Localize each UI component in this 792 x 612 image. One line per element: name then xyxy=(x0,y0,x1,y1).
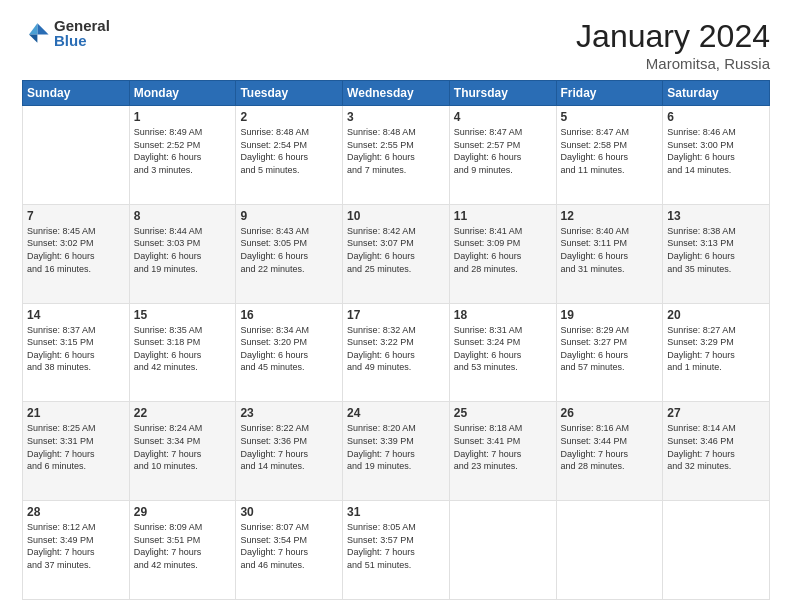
day-info: Sunrise: 8:38 AM Sunset: 3:13 PM Dayligh… xyxy=(667,226,736,274)
title-block: January 2024 Maromitsa, Russia xyxy=(576,18,770,72)
day-number: 16 xyxy=(240,308,338,322)
calendar-cell: 24Sunrise: 8:20 AM Sunset: 3:39 PM Dayli… xyxy=(343,402,450,501)
logo-general-text: General xyxy=(54,18,110,33)
page: General Blue January 2024 Maromitsa, Rus… xyxy=(0,0,792,612)
day-info: Sunrise: 8:42 AM Sunset: 3:07 PM Dayligh… xyxy=(347,226,416,274)
calendar-week-row: 21Sunrise: 8:25 AM Sunset: 3:31 PM Dayli… xyxy=(23,402,770,501)
calendar-cell: 6Sunrise: 8:46 AM Sunset: 3:00 PM Daylig… xyxy=(663,106,770,205)
day-info: Sunrise: 8:47 AM Sunset: 2:57 PM Dayligh… xyxy=(454,127,523,175)
day-info: Sunrise: 8:41 AM Sunset: 3:09 PM Dayligh… xyxy=(454,226,523,274)
header-monday: Monday xyxy=(129,81,236,106)
day-info: Sunrise: 8:46 AM Sunset: 3:00 PM Dayligh… xyxy=(667,127,736,175)
calendar-cell: 28Sunrise: 8:12 AM Sunset: 3:49 PM Dayli… xyxy=(23,501,130,600)
calendar-cell: 25Sunrise: 8:18 AM Sunset: 3:41 PM Dayli… xyxy=(449,402,556,501)
calendar-cell: 2Sunrise: 8:48 AM Sunset: 2:54 PM Daylig… xyxy=(236,106,343,205)
day-info: Sunrise: 8:27 AM Sunset: 3:29 PM Dayligh… xyxy=(667,325,736,373)
calendar-cell: 23Sunrise: 8:22 AM Sunset: 3:36 PM Dayli… xyxy=(236,402,343,501)
day-info: Sunrise: 8:05 AM Sunset: 3:57 PM Dayligh… xyxy=(347,522,416,570)
day-number: 27 xyxy=(667,406,765,420)
day-info: Sunrise: 8:48 AM Sunset: 2:55 PM Dayligh… xyxy=(347,127,416,175)
day-number: 30 xyxy=(240,505,338,519)
day-info: Sunrise: 8:29 AM Sunset: 3:27 PM Dayligh… xyxy=(561,325,630,373)
header: General Blue January 2024 Maromitsa, Rus… xyxy=(22,18,770,72)
day-number: 2 xyxy=(240,110,338,124)
day-number: 17 xyxy=(347,308,445,322)
calendar-cell: 26Sunrise: 8:16 AM Sunset: 3:44 PM Dayli… xyxy=(556,402,663,501)
calendar-week-row: 28Sunrise: 8:12 AM Sunset: 3:49 PM Dayli… xyxy=(23,501,770,600)
calendar-cell: 15Sunrise: 8:35 AM Sunset: 3:18 PM Dayli… xyxy=(129,303,236,402)
day-info: Sunrise: 8:12 AM Sunset: 3:49 PM Dayligh… xyxy=(27,522,96,570)
day-info: Sunrise: 8:44 AM Sunset: 3:03 PM Dayligh… xyxy=(134,226,203,274)
day-info: Sunrise: 8:48 AM Sunset: 2:54 PM Dayligh… xyxy=(240,127,309,175)
day-info: Sunrise: 8:14 AM Sunset: 3:46 PM Dayligh… xyxy=(667,423,736,471)
calendar-cell: 27Sunrise: 8:14 AM Sunset: 3:46 PM Dayli… xyxy=(663,402,770,501)
calendar-cell: 3Sunrise: 8:48 AM Sunset: 2:55 PM Daylig… xyxy=(343,106,450,205)
day-number: 18 xyxy=(454,308,552,322)
day-number: 20 xyxy=(667,308,765,322)
day-info: Sunrise: 8:18 AM Sunset: 3:41 PM Dayligh… xyxy=(454,423,523,471)
calendar-cell: 10Sunrise: 8:42 AM Sunset: 3:07 PM Dayli… xyxy=(343,204,450,303)
header-thursday: Thursday xyxy=(449,81,556,106)
calendar-table: Sunday Monday Tuesday Wednesday Thursday… xyxy=(22,80,770,600)
calendar-week-row: 1Sunrise: 8:49 AM Sunset: 2:52 PM Daylig… xyxy=(23,106,770,205)
day-number: 4 xyxy=(454,110,552,124)
calendar-week-row: 7Sunrise: 8:45 AM Sunset: 3:02 PM Daylig… xyxy=(23,204,770,303)
day-number: 7 xyxy=(27,209,125,223)
calendar-cell: 31Sunrise: 8:05 AM Sunset: 3:57 PM Dayli… xyxy=(343,501,450,600)
calendar-cell: 14Sunrise: 8:37 AM Sunset: 3:15 PM Dayli… xyxy=(23,303,130,402)
day-number: 8 xyxy=(134,209,232,223)
logo-text: General Blue xyxy=(54,18,110,48)
day-number: 28 xyxy=(27,505,125,519)
day-info: Sunrise: 8:32 AM Sunset: 3:22 PM Dayligh… xyxy=(347,325,416,373)
day-number: 24 xyxy=(347,406,445,420)
day-info: Sunrise: 8:43 AM Sunset: 3:05 PM Dayligh… xyxy=(240,226,309,274)
day-number: 14 xyxy=(27,308,125,322)
calendar-week-row: 14Sunrise: 8:37 AM Sunset: 3:15 PM Dayli… xyxy=(23,303,770,402)
day-number: 11 xyxy=(454,209,552,223)
day-number: 22 xyxy=(134,406,232,420)
day-number: 9 xyxy=(240,209,338,223)
calendar-cell: 19Sunrise: 8:29 AM Sunset: 3:27 PM Dayli… xyxy=(556,303,663,402)
day-number: 13 xyxy=(667,209,765,223)
calendar-cell xyxy=(556,501,663,600)
calendar-cell: 11Sunrise: 8:41 AM Sunset: 3:09 PM Dayli… xyxy=(449,204,556,303)
day-number: 12 xyxy=(561,209,659,223)
calendar-header-row: Sunday Monday Tuesday Wednesday Thursday… xyxy=(23,81,770,106)
logo: General Blue xyxy=(22,18,110,48)
header-sunday: Sunday xyxy=(23,81,130,106)
calendar-cell: 5Sunrise: 8:47 AM Sunset: 2:58 PM Daylig… xyxy=(556,106,663,205)
logo-icon xyxy=(22,19,50,47)
day-number: 25 xyxy=(454,406,552,420)
svg-marker-2 xyxy=(29,34,37,42)
day-number: 3 xyxy=(347,110,445,124)
day-number: 29 xyxy=(134,505,232,519)
day-info: Sunrise: 8:31 AM Sunset: 3:24 PM Dayligh… xyxy=(454,325,523,373)
calendar-cell xyxy=(23,106,130,205)
day-info: Sunrise: 8:25 AM Sunset: 3:31 PM Dayligh… xyxy=(27,423,96,471)
calendar-cell: 9Sunrise: 8:43 AM Sunset: 3:05 PM Daylig… xyxy=(236,204,343,303)
header-saturday: Saturday xyxy=(663,81,770,106)
day-info: Sunrise: 8:07 AM Sunset: 3:54 PM Dayligh… xyxy=(240,522,309,570)
day-number: 10 xyxy=(347,209,445,223)
svg-marker-1 xyxy=(29,23,37,34)
calendar-cell: 1Sunrise: 8:49 AM Sunset: 2:52 PM Daylig… xyxy=(129,106,236,205)
day-number: 6 xyxy=(667,110,765,124)
calendar-cell: 16Sunrise: 8:34 AM Sunset: 3:20 PM Dayli… xyxy=(236,303,343,402)
title-location: Maromitsa, Russia xyxy=(576,55,770,72)
calendar-cell: 8Sunrise: 8:44 AM Sunset: 3:03 PM Daylig… xyxy=(129,204,236,303)
day-info: Sunrise: 8:40 AM Sunset: 3:11 PM Dayligh… xyxy=(561,226,630,274)
day-info: Sunrise: 8:16 AM Sunset: 3:44 PM Dayligh… xyxy=(561,423,630,471)
header-wednesday: Wednesday xyxy=(343,81,450,106)
day-number: 21 xyxy=(27,406,125,420)
day-number: 19 xyxy=(561,308,659,322)
day-info: Sunrise: 8:20 AM Sunset: 3:39 PM Dayligh… xyxy=(347,423,416,471)
day-info: Sunrise: 8:24 AM Sunset: 3:34 PM Dayligh… xyxy=(134,423,203,471)
title-month: January 2024 xyxy=(576,18,770,55)
day-info: Sunrise: 8:34 AM Sunset: 3:20 PM Dayligh… xyxy=(240,325,309,373)
calendar-cell: 13Sunrise: 8:38 AM Sunset: 3:13 PM Dayli… xyxy=(663,204,770,303)
day-info: Sunrise: 8:47 AM Sunset: 2:58 PM Dayligh… xyxy=(561,127,630,175)
header-friday: Friday xyxy=(556,81,663,106)
calendar-cell: 29Sunrise: 8:09 AM Sunset: 3:51 PM Dayli… xyxy=(129,501,236,600)
calendar-cell: 21Sunrise: 8:25 AM Sunset: 3:31 PM Dayli… xyxy=(23,402,130,501)
calendar-cell xyxy=(663,501,770,600)
